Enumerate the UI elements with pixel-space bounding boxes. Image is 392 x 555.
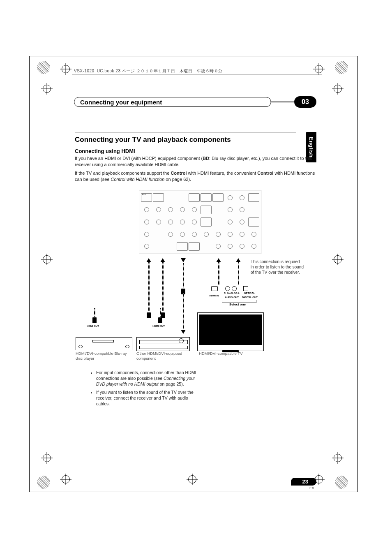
paragraph: If you have an HDMI or DVI (with HDCP) e… — [75, 155, 316, 168]
device-caption: HDMI/DVI-compatible TV — [199, 351, 261, 356]
chapter-bar: Connecting your equipment 03 — [74, 97, 316, 107]
crop-tick — [331, 467, 331, 491]
paragraph: If the TV and playback components suppor… — [75, 170, 316, 183]
bullet-list: For input components, connections other … — [80, 370, 203, 409]
cable-arrow — [179, 258, 187, 294]
cable-arrow — [145, 258, 153, 318]
port-label: ANALOG — [227, 292, 238, 295]
port-label: AUDIO OUT — [223, 296, 241, 299]
port-label: R — [223, 292, 227, 295]
page-number: 23 En — [282, 478, 316, 490]
tv-device — [197, 312, 264, 351]
section-subtitle: Connecting using HDMI — [75, 148, 135, 154]
list-item: For input components, connections other … — [96, 370, 203, 387]
port-label: HDMI OUT — [150, 325, 167, 328]
chapter-number: 03 — [294, 96, 316, 108]
select-one-label: Select one — [229, 303, 246, 306]
port-label: HDMI IN — [209, 294, 219, 297]
section-rule — [75, 132, 296, 132]
trim-frame — [29, 56, 358, 492]
port-label: OPTICAL — [243, 292, 256, 295]
cable-arrow — [234, 258, 242, 285]
other-component-device — [136, 337, 190, 351]
crop-tick — [54, 467, 54, 491]
port-label: HDMI OUT — [85, 325, 101, 328]
device-caption: Other HDMI/DVI-equipped component — [136, 351, 189, 361]
cable-arrow — [214, 258, 223, 285]
rear-panel-diagram: B-1 — [139, 190, 261, 254]
chapter-title: Connecting your equipment — [80, 99, 162, 106]
cable-arrow — [156, 308, 164, 323]
crop-tick — [332, 260, 357, 260]
diagram-note: This connection is required in order to … — [251, 259, 304, 275]
port-label: DIGITAL OUT — [242, 296, 258, 299]
section-title: Connecting your TV and playback componen… — [75, 136, 231, 144]
port-label: L — [237, 292, 241, 295]
list-item: If you want to listen to the sound of th… — [96, 389, 203, 407]
crop-tick — [331, 56, 331, 81]
cable-arrow — [179, 293, 187, 334]
header-rule — [72, 74, 322, 74]
cable-arrow — [90, 308, 99, 323]
device-caption: HDMI/DVI-compatible Blu-ray disc player — [76, 351, 131, 361]
print-header: VSX-1020_UC.book 23 ページ ２０１０年１月７日 木曜日 午後… — [74, 68, 223, 74]
crop-tick — [54, 56, 54, 81]
crop-tick — [29, 260, 55, 260]
bd-player-device — [76, 337, 132, 350]
